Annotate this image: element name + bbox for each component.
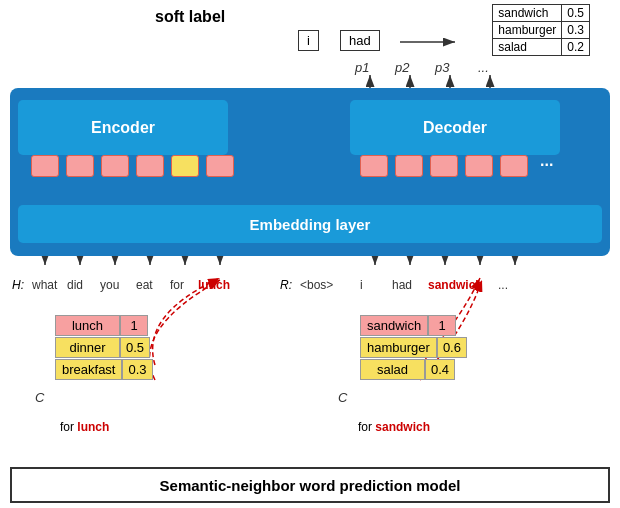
encoder-box: Encoder [18, 100, 228, 155]
soft-label-word-2: salad [493, 39, 562, 56]
enc-node-4 [136, 155, 164, 177]
word-you: you [100, 278, 119, 292]
lunch-val-1: 0.5 [120, 337, 150, 358]
word-r-dots: ... [498, 278, 508, 292]
p-dots-label: ... [478, 60, 489, 75]
word-what: what [32, 278, 57, 292]
word-did: did [67, 278, 83, 292]
for-lunch-label: for lunch [60, 420, 109, 434]
sandwich-val-0: 1 [428, 315, 456, 336]
dec-dots: ... [540, 152, 553, 170]
lunch-word-2: breakfast [55, 359, 122, 380]
sandwich-word-2: salad [360, 359, 425, 380]
soft-label-word-1: hamburger [493, 22, 562, 39]
word-lunch: lunch [198, 278, 230, 292]
diagram-container: soft label i had sandwich 0.5 hamburger … [0, 0, 620, 508]
enc-node-5 [171, 155, 199, 177]
for-sandwich-word: sandwich [375, 420, 430, 434]
dec-node-3 [430, 155, 458, 177]
soft-label-val-0: 0.5 [562, 5, 590, 22]
lookup-sandwich: sandwich 1 hamburger 0.6 salad 0.4 [360, 315, 467, 381]
h-label: H: [12, 278, 24, 292]
word-for: for [170, 278, 184, 292]
lunch-word-0: lunch [55, 315, 120, 336]
lookup-lunch: lunch 1 dinner 0.5 breakfast 0.3 [55, 315, 153, 381]
dec-node-2 [395, 155, 423, 177]
p1-label: p1 [355, 60, 369, 75]
r-label: R: [280, 278, 292, 292]
enc-node-2 [66, 155, 94, 177]
p2-label: p2 [395, 60, 409, 75]
sandwich-val-1: 0.6 [437, 337, 467, 358]
dec-node-1 [360, 155, 388, 177]
soft-label-title: soft label [155, 8, 225, 26]
caption-box: Semantic-neighbor word prediction model [10, 467, 610, 503]
lunch-val-2: 0.3 [122, 359, 152, 380]
word-bos: <bos> [300, 278, 333, 292]
word-had: had [392, 278, 412, 292]
sandwich-word-0: sandwich [360, 315, 428, 336]
word-sandwich: sandwich [428, 278, 483, 292]
sandwich-val-2: 0.4 [425, 359, 455, 380]
p3-label: p3 [435, 60, 449, 75]
soft-label-word-0: sandwich [493, 5, 562, 22]
word-i: i [360, 278, 363, 292]
lunch-val-0: 1 [120, 315, 148, 336]
word-eat: eat [136, 278, 153, 292]
dec-node-4 [465, 155, 493, 177]
for-sandwich-label: for sandwich [358, 420, 430, 434]
c-sandwich-label: C [338, 390, 347, 405]
decoder-box: Decoder [350, 100, 560, 155]
enc-node-1 [31, 155, 59, 177]
for-sandwich-text: for [358, 420, 375, 434]
for-lunch-word: lunch [77, 420, 109, 434]
for-lunch-text: for [60, 420, 77, 434]
enc-node-3 [101, 155, 129, 177]
soft-label-val-2: 0.2 [562, 39, 590, 56]
soft-label-table: sandwich 0.5 hamburger 0.3 salad 0.2 [492, 4, 590, 56]
lunch-word-1: dinner [55, 337, 120, 358]
token-had: had [340, 30, 380, 51]
dec-node-5 [500, 155, 528, 177]
token-i: i [298, 30, 319, 51]
enc-node-6 [206, 155, 234, 177]
soft-label-val-1: 0.3 [562, 22, 590, 39]
c-lunch-label: C [35, 390, 44, 405]
sandwich-word-1: hamburger [360, 337, 437, 358]
embedding-box: Embedding layer [18, 205, 602, 243]
